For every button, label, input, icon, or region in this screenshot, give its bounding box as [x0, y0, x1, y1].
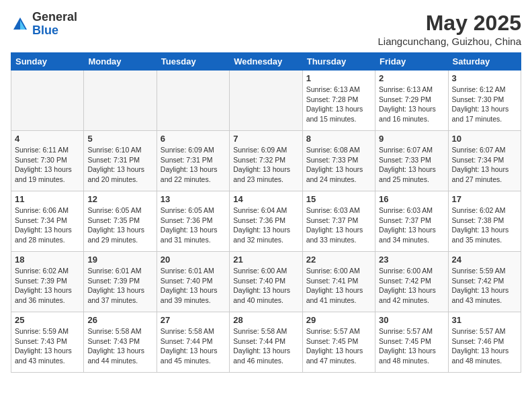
day-number: 13	[161, 194, 226, 204]
logo-text: General Blue	[32, 11, 77, 38]
calendar-body: 1Sunrise: 6:13 AM Sunset: 7:28 PM Daylig…	[11, 71, 521, 373]
calendar-week-1: 1Sunrise: 6:13 AM Sunset: 7:28 PM Daylig…	[11, 71, 521, 131]
day-number: 16	[379, 194, 444, 204]
day-number: 12	[87, 194, 152, 204]
calendar-cell: 7Sunrise: 6:09 AM Sunset: 7:32 PM Daylig…	[230, 131, 302, 191]
day-number: 5	[87, 134, 152, 144]
calendar-cell: 28Sunrise: 5:58 AM Sunset: 7:44 PM Dayli…	[230, 312, 302, 373]
day-number: 6	[161, 134, 226, 144]
day-number: 27	[161, 315, 226, 325]
calendar-cell: 13Sunrise: 6:05 AM Sunset: 7:36 PM Dayli…	[157, 191, 229, 252]
calendar-cell: 5Sunrise: 6:10 AM Sunset: 7:31 PM Daylig…	[84, 131, 157, 191]
calendar-table: SundayMondayTuesdayWednesdayThursdayFrid…	[11, 52, 521, 373]
day-info: Sunrise: 6:02 AM Sunset: 7:38 PM Dayligh…	[452, 205, 517, 245]
calendar-cell	[230, 71, 302, 131]
day-info: Sunrise: 5:58 AM Sunset: 7:43 PM Dayligh…	[87, 326, 152, 366]
calendar-cell: 31Sunrise: 5:57 AM Sunset: 7:46 PM Dayli…	[448, 312, 521, 373]
day-info: Sunrise: 6:02 AM Sunset: 7:39 PM Dayligh…	[15, 266, 80, 306]
day-number: 11	[15, 194, 80, 204]
logo-general: General	[32, 10, 77, 24]
day-info: Sunrise: 6:09 AM Sunset: 7:31 PM Dayligh…	[161, 145, 226, 185]
day-info: Sunrise: 6:09 AM Sunset: 7:32 PM Dayligh…	[233, 145, 298, 185]
day-info: Sunrise: 6:05 AM Sunset: 7:35 PM Dayligh…	[87, 205, 152, 245]
day-number: 23	[379, 255, 444, 265]
title-block: May 2025 Liangcunchang, Guizhou, China	[378, 11, 522, 47]
day-number: 3	[452, 73, 517, 83]
calendar-cell: 14Sunrise: 6:04 AM Sunset: 7:36 PM Dayli…	[230, 191, 302, 252]
day-info: Sunrise: 6:13 AM Sunset: 7:28 PM Dayligh…	[306, 85, 371, 124]
day-info: Sunrise: 5:57 AM Sunset: 7:46 PM Dayligh…	[452, 326, 517, 366]
day-number: 26	[87, 315, 152, 325]
calendar-cell: 25Sunrise: 5:59 AM Sunset: 7:43 PM Dayli…	[11, 312, 84, 373]
day-info: Sunrise: 5:59 AM Sunset: 7:43 PM Dayligh…	[15, 326, 80, 366]
day-number: 20	[161, 255, 226, 265]
calendar-cell: 17Sunrise: 6:02 AM Sunset: 7:38 PM Dayli…	[448, 191, 521, 252]
day-header-saturday: Saturday	[448, 53, 521, 71]
day-info: Sunrise: 6:06 AM Sunset: 7:34 PM Dayligh…	[15, 205, 80, 245]
day-info: Sunrise: 5:58 AM Sunset: 7:44 PM Dayligh…	[161, 326, 226, 366]
calendar-cell: 9Sunrise: 6:07 AM Sunset: 7:33 PM Daylig…	[375, 131, 448, 191]
day-number: 28	[233, 315, 298, 325]
day-info: Sunrise: 6:01 AM Sunset: 7:40 PM Dayligh…	[161, 266, 226, 306]
day-info: Sunrise: 6:10 AM Sunset: 7:31 PM Dayligh…	[87, 145, 152, 185]
calendar-cell: 8Sunrise: 6:08 AM Sunset: 7:33 PM Daylig…	[302, 131, 375, 191]
day-number: 15	[306, 194, 371, 204]
calendar-cell: 27Sunrise: 5:58 AM Sunset: 7:44 PM Dayli…	[157, 312, 229, 373]
calendar-cell: 19Sunrise: 6:01 AM Sunset: 7:39 PM Dayli…	[84, 252, 157, 312]
day-info: Sunrise: 6:07 AM Sunset: 7:33 PM Dayligh…	[379, 145, 444, 185]
day-info: Sunrise: 6:00 AM Sunset: 7:40 PM Dayligh…	[233, 266, 298, 306]
day-header-friday: Friday	[375, 53, 448, 71]
day-number: 4	[15, 134, 80, 144]
day-info: Sunrise: 6:00 AM Sunset: 7:42 PM Dayligh…	[379, 266, 444, 306]
calendar-week-5: 25Sunrise: 5:59 AM Sunset: 7:43 PM Dayli…	[11, 312, 521, 373]
calendar-cell: 20Sunrise: 6:01 AM Sunset: 7:40 PM Dayli…	[157, 252, 229, 312]
day-number: 18	[15, 255, 80, 265]
day-number: 31	[452, 315, 517, 325]
day-info: Sunrise: 6:03 AM Sunset: 7:37 PM Dayligh…	[306, 205, 371, 245]
day-info: Sunrise: 6:07 AM Sunset: 7:34 PM Dayligh…	[452, 145, 517, 185]
calendar-week-4: 18Sunrise: 6:02 AM Sunset: 7:39 PM Dayli…	[11, 252, 521, 312]
day-info: Sunrise: 6:03 AM Sunset: 7:37 PM Dayligh…	[379, 205, 444, 245]
day-info: Sunrise: 6:12 AM Sunset: 7:30 PM Dayligh…	[452, 85, 517, 124]
calendar-cell: 4Sunrise: 6:11 AM Sunset: 7:30 PM Daylig…	[11, 131, 84, 191]
calendar-cell	[84, 71, 157, 131]
calendar-week-2: 4Sunrise: 6:11 AM Sunset: 7:30 PM Daylig…	[11, 131, 521, 191]
day-info: Sunrise: 6:04 AM Sunset: 7:36 PM Dayligh…	[233, 205, 298, 245]
logo-blue: Blue	[32, 24, 58, 37]
day-number: 22	[306, 255, 371, 265]
calendar-header-row: SundayMondayTuesdayWednesdayThursdayFrid…	[11, 53, 521, 71]
logo: General Blue	[11, 11, 77, 38]
calendar-cell: 26Sunrise: 5:58 AM Sunset: 7:43 PM Dayli…	[84, 312, 157, 373]
calendar-cell: 6Sunrise: 6:09 AM Sunset: 7:31 PM Daylig…	[157, 131, 229, 191]
day-header-tuesday: Tuesday	[157, 53, 229, 71]
calendar-cell: 29Sunrise: 5:57 AM Sunset: 7:45 PM Dayli…	[302, 312, 375, 373]
day-number: 9	[379, 134, 444, 144]
day-info: Sunrise: 5:59 AM Sunset: 7:42 PM Dayligh…	[452, 266, 517, 306]
calendar-cell: 21Sunrise: 6:00 AM Sunset: 7:40 PM Dayli…	[230, 252, 302, 312]
day-info: Sunrise: 6:13 AM Sunset: 7:29 PM Dayligh…	[379, 85, 444, 124]
day-info: Sunrise: 5:58 AM Sunset: 7:44 PM Dayligh…	[233, 326, 298, 366]
calendar-cell: 18Sunrise: 6:02 AM Sunset: 7:39 PM Dayli…	[11, 252, 84, 312]
day-number: 21	[233, 255, 298, 265]
day-number: 19	[87, 255, 152, 265]
calendar-cell: 1Sunrise: 6:13 AM Sunset: 7:28 PM Daylig…	[302, 71, 375, 131]
location: Liangcunchang, Guizhou, China	[378, 36, 522, 47]
calendar-week-3: 11Sunrise: 6:06 AM Sunset: 7:34 PM Dayli…	[11, 191, 521, 252]
month-year: May 2025	[378, 11, 522, 36]
day-number: 2	[379, 73, 444, 83]
day-info: Sunrise: 6:05 AM Sunset: 7:36 PM Dayligh…	[161, 205, 226, 245]
day-number: 14	[233, 194, 298, 204]
day-info: Sunrise: 5:57 AM Sunset: 7:45 PM Dayligh…	[306, 326, 371, 366]
calendar-cell	[11, 71, 84, 131]
logo-icon	[11, 15, 30, 34]
calendar-cell: 2Sunrise: 6:13 AM Sunset: 7:29 PM Daylig…	[375, 71, 448, 131]
calendar-cell: 30Sunrise: 5:57 AM Sunset: 7:45 PM Dayli…	[375, 312, 448, 373]
day-info: Sunrise: 6:11 AM Sunset: 7:30 PM Dayligh…	[15, 145, 80, 185]
calendar-cell: 22Sunrise: 6:00 AM Sunset: 7:41 PM Dayli…	[302, 252, 375, 312]
page-header: General Blue May 2025 Liangcunchang, Gui…	[11, 11, 521, 47]
calendar-cell: 24Sunrise: 5:59 AM Sunset: 7:42 PM Dayli…	[448, 252, 521, 312]
day-number: 10	[452, 134, 517, 144]
calendar-cell: 10Sunrise: 6:07 AM Sunset: 7:34 PM Dayli…	[448, 131, 521, 191]
day-number: 29	[306, 315, 371, 325]
day-number: 1	[306, 73, 371, 83]
